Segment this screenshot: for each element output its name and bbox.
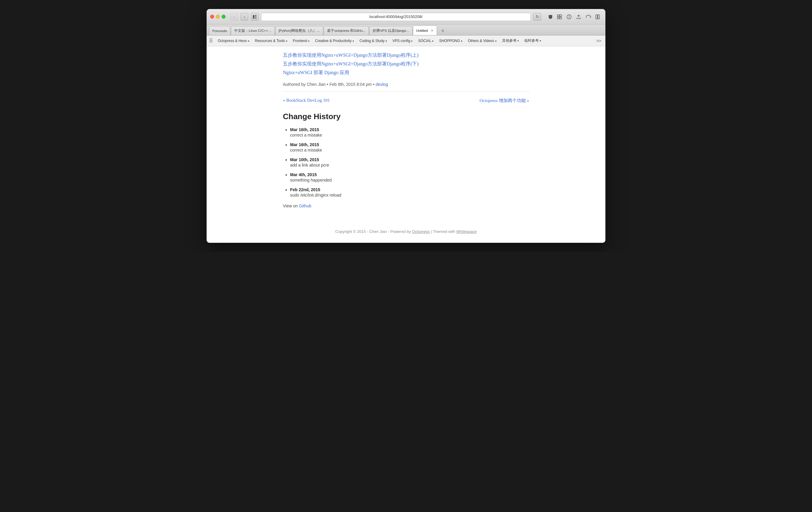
tab-close-icon[interactable]: ✕ [431, 29, 434, 33]
title-bar: ‹ › localhost:4000/blog/20150208/ ↻ [207, 9, 605, 25]
apps-grid-icon[interactable]: ⠿ [209, 37, 213, 44]
browser-window: ‹ › localhost:4000/blog/20150208/ ↻ [207, 9, 605, 243]
tab-python[interactable]: [Python]网络爬虫（八）… [276, 26, 323, 35]
tab-linux[interactable]: 中文版：Linux C/C++… [231, 26, 274, 35]
article-link-1[interactable]: 五步教你实现使用Nginx+uWSGI+Django方法部署Django程序(上… [283, 52, 529, 59]
history-desc-1: correct a mistake [290, 133, 529, 138]
menu-overflow-button[interactable]: >> [594, 37, 603, 44]
history-list: Mar 16th, 2015 correct a mistake Mar 16t… [283, 127, 529, 198]
info-icon[interactable] [565, 13, 573, 21]
tab-label: [Python]网络爬虫（八）… [279, 29, 320, 33]
authored-by-text: Authored by Chen Jian [283, 82, 325, 87]
reader-view-button[interactable] [251, 13, 259, 21]
nav-menu: ⠿ Octopress & Hexo Resources & Tools Fro… [207, 35, 605, 46]
footer-whitespace-link[interactable]: Whitespace [457, 229, 477, 234]
history-desc-4: something happended [290, 178, 529, 182]
history-date-3: Mar 10th, 2015 [290, 157, 529, 162]
footer: Copyright © 2015 - Chen Jian - Powered b… [207, 220, 605, 243]
bookmarks-icon[interactable] [594, 13, 602, 21]
history-date-1: Mar 16th, 2015 [290, 127, 529, 132]
authored-date: Feb 8th, 2015 8:04 pm [329, 82, 372, 87]
dot2: • [373, 82, 374, 87]
new-tab-button[interactable]: + [439, 27, 447, 35]
traffic-lights [210, 15, 226, 19]
github-link[interactable]: Github [299, 204, 311, 208]
menu-item-social[interactable]: SOCIAL [415, 37, 436, 44]
menu-item-creative[interactable]: Creative & Productivity [313, 37, 356, 44]
article-link-2[interactable]: 五步教你实现使用Nginx+uWSGI+Django方法部署Django程序(下… [283, 61, 529, 67]
footer-separator: | Themed with [431, 229, 455, 234]
prev-link[interactable]: « BookStack DevLog 101 [283, 98, 330, 103]
history-desc-3: add a link about pcre [290, 163, 529, 168]
svg-rect-5 [560, 15, 561, 17]
url-text: localhost:4000/blog/20150208/ [369, 14, 423, 19]
dot1: • [327, 82, 328, 87]
footer-octopress-link[interactable]: Octopress [412, 229, 430, 234]
menu-item-other-refs[interactable]: 其他参考 [500, 37, 521, 44]
history-date-2: Mar 16th, 2015 [290, 142, 529, 147]
extension-icon[interactable] [555, 13, 563, 21]
list-item: Feb 22nd, 2015 sudo /etc/init.d/nginx re… [290, 187, 529, 198]
history-date-4: Mar 4th, 2015 [290, 172, 529, 177]
icloud-icon[interactable] [584, 13, 592, 21]
svg-rect-7 [560, 17, 561, 19]
svg-rect-0 [253, 15, 254, 19]
pocket-icon[interactable] [546, 13, 554, 21]
change-history-title: Change History [283, 112, 529, 121]
menu-item-others[interactable]: Others & Videos [465, 37, 499, 44]
share-icon[interactable] [575, 13, 583, 21]
menu-item-frontend[interactable]: Frontend [290, 37, 312, 44]
content-area: 五步教你实现使用Nginx+uWSGI+Django方法部署Django程序(上… [271, 46, 541, 220]
svg-rect-12 [598, 15, 600, 19]
tab-octopress-git[interactable]: 基于octopress 和GitHu... [324, 26, 369, 35]
article-links: 五步教你实现使用Nginx+uWSGI+Django方法部署Django程序(上… [283, 52, 529, 76]
back-button[interactable]: ‹ [230, 13, 238, 21]
tab-label: Pomoodo [212, 29, 227, 33]
tab-vps-django[interactable]: 折腾VPS 以及Django... [369, 26, 412, 35]
article-link-3[interactable]: Nginx+uWSGI 部署 Django 应用 [283, 70, 529, 76]
tab-untitled[interactable]: Untitled ✕ [413, 26, 437, 35]
pagination: « BookStack DevLog 101 Octopress 增加两个功能 … [283, 98, 529, 103]
list-item: Mar 16th, 2015 correct a mistake [290, 127, 529, 138]
svg-rect-3 [255, 18, 257, 19]
svg-rect-11 [596, 15, 597, 19]
tab-label: 折腾VPS 以及Django... [373, 29, 409, 33]
authored-by: Authored by Chen Jian • Feb 8th, 2015 8:… [283, 82, 529, 87]
list-item: Mar 10th, 2015 add a link about pcre [290, 157, 529, 168]
tab-label: 基于octopress 和GitHu... [327, 29, 366, 33]
view-on-text: View on [283, 204, 298, 208]
minimize-button[interactable] [216, 15, 220, 19]
next-link[interactable]: Octopress 增加两个功能 » [480, 98, 529, 103]
svg-rect-1 [255, 15, 257, 16]
reload-button[interactable]: ↻ [533, 13, 541, 21]
footer-copyright: Copyright © 2015 - Chen Jian - Powered b… [336, 229, 411, 234]
tab-pomoodo[interactable]: Pomoodo [209, 26, 230, 35]
list-item: Mar 16th, 2015 correct a mistake [290, 142, 529, 152]
history-desc-2: correct a mistake [290, 148, 529, 152]
menu-item-vps[interactable]: VPS config [390, 37, 415, 44]
maximize-button[interactable] [222, 15, 226, 19]
list-item: Mar 4th, 2015 something happended [290, 172, 529, 182]
tag-link[interactable]: devlog [376, 82, 388, 87]
menu-item-temp-refs[interactable]: 临时参考 [522, 37, 544, 44]
toolbar-icons [546, 13, 602, 21]
svg-rect-2 [255, 17, 257, 18]
tab-label: 中文版：Linux C/C++… [234, 29, 271, 33]
address-bar[interactable]: localhost:4000/blog/20150208/ [261, 12, 531, 21]
menu-item-octopress[interactable]: Octopress & Hexo [215, 37, 252, 44]
menu-item-resources[interactable]: Resources & Tools [253, 37, 290, 44]
history-desc-5: sudo /etc/init.d/nginx reload [290, 193, 529, 198]
close-button[interactable] [210, 15, 214, 19]
forward-button[interactable]: › [240, 13, 248, 21]
page-content: 五步教你实现使用Nginx+uWSGI+Django方法部署Django程序(上… [207, 46, 605, 243]
svg-rect-4 [557, 15, 559, 17]
view-on-github: View on Github [283, 204, 529, 208]
tabs-bar: Pomoodo 中文版：Linux C/C++… [Python]网络爬虫（八）… [207, 25, 605, 35]
menu-item-shopping[interactable]: SHOPPONG [437, 37, 465, 44]
history-date-5: Feb 22nd, 2015 [290, 187, 529, 192]
svg-rect-6 [557, 17, 559, 19]
tab-label: Untitled [416, 29, 428, 32]
menu-item-coding[interactable]: Coding & Study [357, 37, 389, 44]
